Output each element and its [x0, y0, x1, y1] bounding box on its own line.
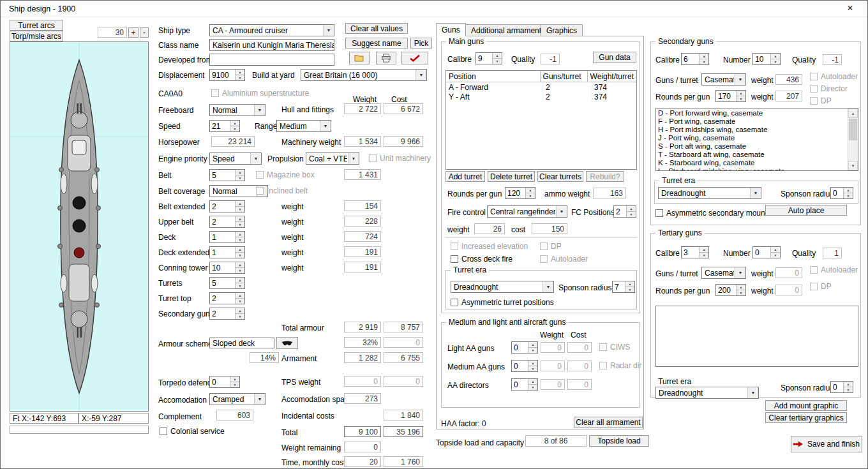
close-icon[interactable]: ×: [843, 3, 857, 14]
spin-down-icon[interactable]: ▼: [235, 222, 244, 227]
list-item[interactable]: T - Starboard aft wing, casemate: [656, 151, 848, 159]
light-aa-spinner[interactable]: 0▲▼: [511, 341, 538, 354]
torpedo-defence-spinner[interactable]: 0▲▼: [209, 376, 240, 388]
ship-design-canvas[interactable]: [10, 41, 149, 412]
spin-down-icon[interactable]: ▼: [235, 253, 244, 258]
spin-down-icon[interactable]: ▼: [235, 314, 244, 319]
spin-down-icon[interactable]: ▼: [235, 75, 244, 80]
chevron-down-icon[interactable]: ▼: [323, 25, 334, 36]
spin-up-icon[interactable]: ▲: [235, 170, 244, 175]
chevron-down-icon[interactable]: ▼: [556, 206, 567, 217]
engine-priority-select[interactable]: Speed▼: [209, 153, 262, 165]
medium-aa-spinner[interactable]: 0▲▼: [511, 360, 538, 372]
displacement-spinner[interactable]: 9100▲▼: [209, 69, 245, 81]
spin-down-icon[interactable]: ▼: [528, 348, 537, 353]
add-turret-button[interactable]: Add turret: [445, 171, 485, 182]
secondary-sponson-radius-spinner[interactable]: 0▲▼: [830, 187, 853, 199]
spin-up-icon[interactable]: ▲: [528, 342, 537, 348]
chevron-down-icon[interactable]: ▼: [735, 267, 745, 278]
list-item[interactable]: H - Port midships wing, casemate: [656, 126, 848, 134]
clear-all-values-button[interactable]: Clear all values: [345, 23, 408, 34]
chevron-down-icon[interactable]: ▼: [254, 105, 265, 115]
deck-spinner[interactable]: 1▲▼: [209, 231, 245, 243]
chevron-down-icon[interactable]: ▼: [250, 153, 261, 164]
spin-up-icon[interactable]: ▲: [235, 216, 244, 222]
fc-positions-spinner[interactable]: 2▲▼: [613, 205, 636, 218]
accomodation-select[interactable]: Cramped▼: [209, 393, 266, 405]
spin-up-icon[interactable]: ▲: [235, 278, 244, 283]
spin-down-icon[interactable]: ▼: [625, 287, 634, 292]
clear-all-armament-button[interactable]: Clear all armament: [574, 417, 643, 428]
tertiary-rounds-spinner[interactable]: 200▲▼: [715, 284, 746, 296]
clear-tertiary-graphics-button[interactable]: Clear tertiary graphics: [765, 412, 847, 423]
spin-up-icon[interactable]: ▲: [235, 247, 244, 253]
asymmetric-secondary-mounts-checkbox[interactable]: Asymmetric secondary mounts: [655, 209, 771, 218]
chevron-down-icon[interactable]: ▼: [415, 70, 426, 80]
secondary-number-spinner[interactable]: 10▲▼: [752, 53, 781, 65]
spin-up-icon[interactable]: ▲: [235, 232, 244, 237]
armour-scheme-input[interactable]: Sloped deck: [209, 338, 274, 348]
turret-arcs-button[interactable]: Turret arcs: [10, 20, 63, 31]
spin-up-icon[interactable]: ▲: [843, 188, 853, 193]
arc-plus-button[interactable]: +: [128, 27, 138, 38]
chevron-down-icon[interactable]: ▼: [542, 281, 553, 292]
col-guns-per-turret[interactable]: Guns/turret: [541, 71, 588, 82]
chevron-down-icon[interactable]: ▼: [254, 394, 265, 405]
print-button[interactable]: [376, 52, 396, 64]
spin-down-icon[interactable]: ▼: [528, 366, 537, 371]
cross-deck-fire-checkbox[interactable]: Cross deck fire: [451, 255, 513, 264]
conning-tower-spinner[interactable]: 10▲▼: [209, 262, 245, 274]
spin-up-icon[interactable]: ▲: [528, 379, 537, 385]
list-item[interactable]: S - Port aft wing, casemate: [656, 142, 848, 151]
spin-up-icon[interactable]: ▲: [235, 293, 244, 299]
spin-down-icon[interactable]: ▼: [230, 382, 239, 387]
upper-belt-spinner[interactable]: 2▲▼: [209, 216, 245, 228]
spin-down-icon[interactable]: ▼: [525, 193, 535, 198]
delete-turret-button[interactable]: Delete turret: [488, 171, 535, 182]
arc-minus-button[interactable]: -: [140, 27, 149, 38]
tab-guns[interactable]: Guns: [436, 23, 466, 36]
gun-data-button[interactable]: Gun data: [593, 52, 636, 63]
asymmetric-turret-positions-checkbox[interactable]: Asymmetric turret positions: [451, 298, 554, 307]
spin-up-icon[interactable]: ▲: [525, 188, 535, 193]
spin-down-icon[interactable]: ▼: [230, 126, 239, 131]
spin-up-icon[interactable]: ▲: [770, 247, 780, 253]
topside-load-button[interactable]: Topside load: [589, 435, 649, 447]
add-mount-graphic-button[interactable]: Add mount graphic: [765, 400, 847, 411]
spin-down-icon[interactable]: ▼: [699, 253, 708, 258]
secondary-turret-era-select[interactable]: Dreadnought▼: [658, 187, 761, 199]
scroll-thumb[interactable]: [849, 119, 857, 140]
table-row[interactable]: Y - Aft 2 374: [446, 92, 636, 101]
chevron-down-icon[interactable]: ▼: [320, 121, 331, 131]
tertiary-turret-era-select[interactable]: Dreadnought▼: [655, 387, 759, 399]
secondary-calibre-spinner[interactable]: 6▲▼: [681, 53, 709, 65]
spin-up-icon[interactable]: ▲: [843, 382, 853, 387]
spin-up-icon[interactable]: ▲: [235, 308, 244, 314]
spin-up-icon[interactable]: ▲: [235, 70, 244, 75]
spin-up-icon[interactable]: ▲: [770, 54, 780, 59]
main-calibre-spinner[interactable]: 9▲▼: [475, 52, 502, 64]
spin-up-icon[interactable]: ▲: [625, 281, 634, 287]
secondary-guns-turret-select[interactable]: Casemat▼: [701, 73, 746, 86]
list-item[interactable]: F - Port wing, casemate: [656, 117, 848, 126]
spin-up-icon[interactable]: ▲: [230, 121, 239, 126]
col-position[interactable]: Position: [446, 71, 541, 82]
tertiary-sponson-radius-spinner[interactable]: 0▲▼: [830, 381, 853, 393]
deck-extended-spinner[interactable]: 1▲▼: [209, 246, 245, 258]
colonial-service-checkbox[interactable]: Colonial service: [160, 427, 225, 436]
tab-additional-armament[interactable]: Additional armament: [465, 24, 547, 36]
spin-down-icon[interactable]: ▼: [235, 175, 244, 181]
fire-control-select[interactable]: Central rangefinder▼: [487, 205, 567, 218]
tab-graphics[interactable]: Graphics: [541, 24, 583, 36]
spin-down-icon[interactable]: ▼: [770, 253, 780, 258]
spin-down-icon[interactable]: ▼: [736, 96, 745, 101]
scroll-down-icon[interactable]: ▼: [848, 161, 858, 170]
secondary-guns-spinner[interactable]: 2▲▼: [209, 308, 245, 320]
tertiary-number-spinner[interactable]: 0▲▼: [752, 246, 781, 258]
chevron-down-icon[interactable]: ▼: [348, 153, 359, 164]
chevron-down-icon[interactable]: ▼: [747, 387, 758, 398]
suggest-name-button[interactable]: Suggest name: [345, 38, 408, 48]
tertiary-guns-turret-select[interactable]: Casemat▼: [701, 267, 746, 279]
validate-design-button[interactable]: [401, 52, 428, 64]
spin-down-icon[interactable]: ▼: [843, 387, 853, 392]
